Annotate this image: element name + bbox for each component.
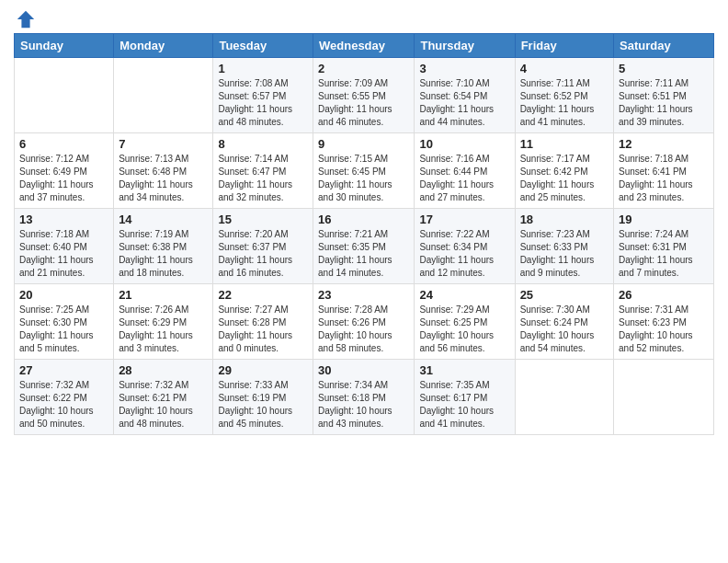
day-number: 7 bbox=[119, 137, 208, 151]
week-row-4: 20Sunrise: 7:25 AM Sunset: 6:30 PM Dayli… bbox=[15, 284, 714, 360]
cell-text: Sunrise: 7:32 AM Sunset: 6:21 PM Dayligh… bbox=[119, 379, 208, 431]
logo-area bbox=[14, 9, 36, 26]
calendar-cell: 31Sunrise: 7:35 AM Sunset: 6:17 PM Dayli… bbox=[415, 360, 515, 435]
day-number: 27 bbox=[19, 363, 108, 377]
cell-text: Sunrise: 7:28 AM Sunset: 6:26 PM Dayligh… bbox=[318, 304, 409, 355]
calendar-cell: 2Sunrise: 7:09 AM Sunset: 6:55 PM Daylig… bbox=[313, 58, 415, 133]
calendar-cell: 8Sunrise: 7:14 AM Sunset: 6:47 PM Daylig… bbox=[213, 133, 313, 209]
cell-text: Sunrise: 7:12 AM Sunset: 6:49 PM Dayligh… bbox=[19, 153, 108, 204]
day-number: 23 bbox=[318, 288, 409, 302]
cell-text: Sunrise: 7:17 AM Sunset: 6:42 PM Dayligh… bbox=[520, 153, 609, 204]
cell-text: Sunrise: 7:31 AM Sunset: 6:23 PM Dayligh… bbox=[619, 304, 709, 355]
calendar-cell: 30Sunrise: 7:34 AM Sunset: 6:18 PM Dayli… bbox=[313, 360, 415, 435]
day-header-saturday: Saturday bbox=[614, 34, 714, 58]
calendar-cell: 11Sunrise: 7:17 AM Sunset: 6:42 PM Dayli… bbox=[515, 133, 613, 209]
cell-text: Sunrise: 7:21 AM Sunset: 6:35 PM Dayligh… bbox=[318, 228, 409, 280]
day-number: 26 bbox=[619, 288, 709, 302]
calendar-table: SundayMondayTuesdayWednesdayThursdayFrid… bbox=[14, 33, 714, 435]
calendar-cell: 9Sunrise: 7:15 AM Sunset: 6:45 PM Daylig… bbox=[313, 133, 415, 209]
calendar-cell: 14Sunrise: 7:19 AM Sunset: 6:38 PM Dayli… bbox=[114, 209, 213, 284]
day-number: 25 bbox=[520, 288, 609, 302]
cell-text: Sunrise: 7:15 AM Sunset: 6:45 PM Dayligh… bbox=[318, 153, 409, 204]
calendar-cell bbox=[15, 58, 114, 133]
logo bbox=[14, 9, 36, 29]
cell-text: Sunrise: 7:25 AM Sunset: 6:30 PM Dayligh… bbox=[19, 304, 108, 355]
logo-icon bbox=[16, 9, 36, 29]
cell-text: Sunrise: 7:23 AM Sunset: 6:33 PM Dayligh… bbox=[520, 228, 609, 280]
calendar-cell: 24Sunrise: 7:29 AM Sunset: 6:25 PM Dayli… bbox=[415, 284, 515, 360]
cell-text: Sunrise: 7:24 AM Sunset: 6:31 PM Dayligh… bbox=[619, 228, 709, 280]
cell-text: Sunrise: 7:08 AM Sunset: 6:57 PM Dayligh… bbox=[218, 77, 308, 129]
header bbox=[14, 9, 714, 26]
calendar-cell: 21Sunrise: 7:26 AM Sunset: 6:29 PM Dayli… bbox=[114, 284, 213, 360]
calendar-cell: 1Sunrise: 7:08 AM Sunset: 6:57 PM Daylig… bbox=[213, 58, 313, 133]
day-number: 3 bbox=[419, 62, 509, 75]
week-row-1: 1Sunrise: 7:08 AM Sunset: 6:57 PM Daylig… bbox=[15, 58, 714, 133]
cell-text: Sunrise: 7:29 AM Sunset: 6:25 PM Dayligh… bbox=[419, 304, 509, 355]
day-header-friday: Friday bbox=[515, 34, 613, 58]
calendar-cell: 5Sunrise: 7:11 AM Sunset: 6:51 PM Daylig… bbox=[614, 58, 714, 133]
day-number: 5 bbox=[619, 62, 709, 75]
cell-text: Sunrise: 7:18 AM Sunset: 6:40 PM Dayligh… bbox=[19, 228, 108, 280]
calendar-cell bbox=[515, 360, 613, 435]
cell-text: Sunrise: 7:13 AM Sunset: 6:48 PM Dayligh… bbox=[119, 153, 208, 204]
calendar-cell: 16Sunrise: 7:21 AM Sunset: 6:35 PM Dayli… bbox=[313, 209, 415, 284]
day-number: 1 bbox=[218, 62, 308, 75]
day-header-sunday: Sunday bbox=[15, 34, 114, 58]
calendar-cell: 4Sunrise: 7:11 AM Sunset: 6:52 PM Daylig… bbox=[515, 58, 613, 133]
cell-text: Sunrise: 7:30 AM Sunset: 6:24 PM Dayligh… bbox=[520, 304, 609, 355]
day-number: 2 bbox=[318, 62, 409, 75]
calendar-cell: 10Sunrise: 7:16 AM Sunset: 6:44 PM Dayli… bbox=[415, 133, 515, 209]
day-number: 6 bbox=[19, 137, 108, 151]
day-number: 31 bbox=[419, 363, 509, 377]
calendar-cell: 18Sunrise: 7:23 AM Sunset: 6:33 PM Dayli… bbox=[515, 209, 613, 284]
calendar-cell: 20Sunrise: 7:25 AM Sunset: 6:30 PM Dayli… bbox=[15, 284, 114, 360]
calendar-cell: 23Sunrise: 7:28 AM Sunset: 6:26 PM Dayli… bbox=[313, 284, 415, 360]
day-number: 20 bbox=[19, 288, 108, 302]
calendar-cell: 28Sunrise: 7:32 AM Sunset: 6:21 PM Dayli… bbox=[114, 360, 213, 435]
calendar-cell: 15Sunrise: 7:20 AM Sunset: 6:37 PM Dayli… bbox=[213, 209, 313, 284]
cell-text: Sunrise: 7:27 AM Sunset: 6:28 PM Dayligh… bbox=[218, 304, 308, 355]
cell-text: Sunrise: 7:33 AM Sunset: 6:19 PM Dayligh… bbox=[218, 379, 308, 431]
day-number: 9 bbox=[318, 137, 409, 151]
svg-marker-0 bbox=[17, 11, 34, 28]
day-number: 17 bbox=[419, 213, 509, 226]
calendar-cell: 19Sunrise: 7:24 AM Sunset: 6:31 PM Dayli… bbox=[614, 209, 714, 284]
calendar-cell: 25Sunrise: 7:30 AM Sunset: 6:24 PM Dayli… bbox=[515, 284, 613, 360]
cell-text: Sunrise: 7:11 AM Sunset: 6:52 PM Dayligh… bbox=[520, 77, 609, 129]
calendar-cell: 3Sunrise: 7:10 AM Sunset: 6:54 PM Daylig… bbox=[415, 58, 515, 133]
calendar-cell bbox=[614, 360, 714, 435]
cell-text: Sunrise: 7:18 AM Sunset: 6:41 PM Dayligh… bbox=[619, 153, 709, 204]
day-number: 15 bbox=[218, 213, 308, 226]
calendar-cell: 27Sunrise: 7:32 AM Sunset: 6:22 PM Dayli… bbox=[15, 360, 114, 435]
week-row-2: 6Sunrise: 7:12 AM Sunset: 6:49 PM Daylig… bbox=[15, 133, 714, 209]
day-number: 4 bbox=[520, 62, 609, 75]
day-header-wednesday: Wednesday bbox=[313, 34, 415, 58]
day-number: 11 bbox=[520, 137, 609, 151]
cell-text: Sunrise: 7:32 AM Sunset: 6:22 PM Dayligh… bbox=[19, 379, 108, 431]
calendar-cell: 12Sunrise: 7:18 AM Sunset: 6:41 PM Dayli… bbox=[614, 133, 714, 209]
cell-text: Sunrise: 7:26 AM Sunset: 6:29 PM Dayligh… bbox=[119, 304, 208, 355]
cell-text: Sunrise: 7:10 AM Sunset: 6:54 PM Dayligh… bbox=[419, 77, 509, 129]
day-number: 29 bbox=[218, 363, 308, 377]
cell-text: Sunrise: 7:09 AM Sunset: 6:55 PM Dayligh… bbox=[318, 77, 409, 129]
day-number: 22 bbox=[218, 288, 308, 302]
calendar-cell: 17Sunrise: 7:22 AM Sunset: 6:34 PM Dayli… bbox=[415, 209, 515, 284]
day-number: 18 bbox=[520, 213, 609, 226]
day-number: 16 bbox=[318, 213, 409, 226]
calendar-cell: 22Sunrise: 7:27 AM Sunset: 6:28 PM Dayli… bbox=[213, 284, 313, 360]
calendar-cell: 7Sunrise: 7:13 AM Sunset: 6:48 PM Daylig… bbox=[114, 133, 213, 209]
calendar-cell: 29Sunrise: 7:33 AM Sunset: 6:19 PM Dayli… bbox=[213, 360, 313, 435]
cell-text: Sunrise: 7:14 AM Sunset: 6:47 PM Dayligh… bbox=[218, 153, 308, 204]
day-number: 24 bbox=[419, 288, 509, 302]
day-number: 14 bbox=[119, 213, 208, 226]
day-number: 21 bbox=[119, 288, 208, 302]
day-number: 19 bbox=[619, 213, 709, 226]
day-number: 30 bbox=[318, 363, 409, 377]
cell-text: Sunrise: 7:35 AM Sunset: 6:17 PM Dayligh… bbox=[419, 379, 509, 431]
calendar-cell: 13Sunrise: 7:18 AM Sunset: 6:40 PM Dayli… bbox=[15, 209, 114, 284]
day-number: 8 bbox=[218, 137, 308, 151]
day-number: 12 bbox=[619, 137, 709, 151]
day-number: 10 bbox=[419, 137, 509, 151]
calendar-cell: 26Sunrise: 7:31 AM Sunset: 6:23 PM Dayli… bbox=[614, 284, 714, 360]
